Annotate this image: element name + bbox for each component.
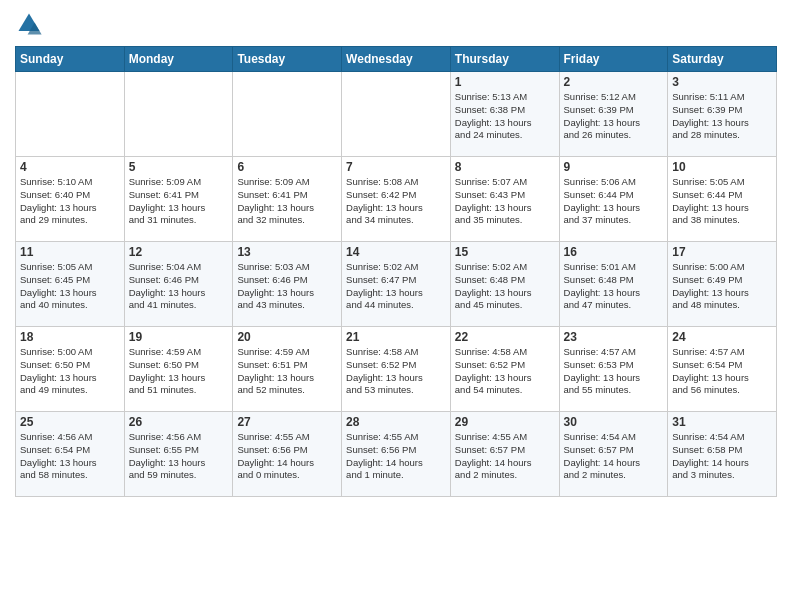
- weekday-header-row: SundayMondayTuesdayWednesdayThursdayFrid…: [16, 47, 777, 72]
- day-number: 7: [346, 160, 446, 174]
- weekday-header-saturday: Saturday: [668, 47, 777, 72]
- calendar-week-2: 4Sunrise: 5:10 AM Sunset: 6:40 PM Daylig…: [16, 157, 777, 242]
- day-number: 25: [20, 415, 120, 429]
- calendar-cell: 3Sunrise: 5:11 AM Sunset: 6:39 PM Daylig…: [668, 72, 777, 157]
- calendar-cell: 1Sunrise: 5:13 AM Sunset: 6:38 PM Daylig…: [450, 72, 559, 157]
- calendar-week-4: 18Sunrise: 5:00 AM Sunset: 6:50 PM Dayli…: [16, 327, 777, 412]
- day-info: Sunrise: 5:13 AM Sunset: 6:38 PM Dayligh…: [455, 91, 555, 142]
- calendar-cell: 24Sunrise: 4:57 AM Sunset: 6:54 PM Dayli…: [668, 327, 777, 412]
- calendar-cell: 22Sunrise: 4:58 AM Sunset: 6:52 PM Dayli…: [450, 327, 559, 412]
- day-number: 20: [237, 330, 337, 344]
- day-number: 1: [455, 75, 555, 89]
- calendar-cell: 9Sunrise: 5:06 AM Sunset: 6:44 PM Daylig…: [559, 157, 668, 242]
- calendar-cell: 14Sunrise: 5:02 AM Sunset: 6:47 PM Dayli…: [342, 242, 451, 327]
- calendar-cell: 29Sunrise: 4:55 AM Sunset: 6:57 PM Dayli…: [450, 412, 559, 497]
- day-info: Sunrise: 4:56 AM Sunset: 6:54 PM Dayligh…: [20, 431, 120, 482]
- day-info: Sunrise: 5:09 AM Sunset: 6:41 PM Dayligh…: [129, 176, 229, 227]
- calendar-cell: 21Sunrise: 4:58 AM Sunset: 6:52 PM Dayli…: [342, 327, 451, 412]
- calendar-cell: 19Sunrise: 4:59 AM Sunset: 6:50 PM Dayli…: [124, 327, 233, 412]
- day-number: 18: [20, 330, 120, 344]
- day-info: Sunrise: 5:12 AM Sunset: 6:39 PM Dayligh…: [564, 91, 664, 142]
- calendar-cell: 23Sunrise: 4:57 AM Sunset: 6:53 PM Dayli…: [559, 327, 668, 412]
- day-info: Sunrise: 4:55 AM Sunset: 6:57 PM Dayligh…: [455, 431, 555, 482]
- calendar-thead: SundayMondayTuesdayWednesdayThursdayFrid…: [16, 47, 777, 72]
- calendar-cell: 26Sunrise: 4:56 AM Sunset: 6:55 PM Dayli…: [124, 412, 233, 497]
- weekday-header-tuesday: Tuesday: [233, 47, 342, 72]
- day-number: 15: [455, 245, 555, 259]
- day-number: 19: [129, 330, 229, 344]
- day-number: 2: [564, 75, 664, 89]
- day-number: 21: [346, 330, 446, 344]
- calendar-week-5: 25Sunrise: 4:56 AM Sunset: 6:54 PM Dayli…: [16, 412, 777, 497]
- calendar-cell: 13Sunrise: 5:03 AM Sunset: 6:46 PM Dayli…: [233, 242, 342, 327]
- calendar-cell: 12Sunrise: 5:04 AM Sunset: 6:46 PM Dayli…: [124, 242, 233, 327]
- day-number: 22: [455, 330, 555, 344]
- calendar-cell: 27Sunrise: 4:55 AM Sunset: 6:56 PM Dayli…: [233, 412, 342, 497]
- calendar-tbody: 1Sunrise: 5:13 AM Sunset: 6:38 PM Daylig…: [16, 72, 777, 497]
- day-info: Sunrise: 4:54 AM Sunset: 6:57 PM Dayligh…: [564, 431, 664, 482]
- day-number: 5: [129, 160, 229, 174]
- day-info: Sunrise: 4:57 AM Sunset: 6:54 PM Dayligh…: [672, 346, 772, 397]
- calendar-week-1: 1Sunrise: 5:13 AM Sunset: 6:38 PM Daylig…: [16, 72, 777, 157]
- day-info: Sunrise: 5:00 AM Sunset: 6:49 PM Dayligh…: [672, 261, 772, 312]
- day-number: 24: [672, 330, 772, 344]
- day-number: 10: [672, 160, 772, 174]
- calendar-cell: 15Sunrise: 5:02 AM Sunset: 6:48 PM Dayli…: [450, 242, 559, 327]
- day-info: Sunrise: 5:00 AM Sunset: 6:50 PM Dayligh…: [20, 346, 120, 397]
- day-number: 12: [129, 245, 229, 259]
- day-number: 14: [346, 245, 446, 259]
- day-info: Sunrise: 5:01 AM Sunset: 6:48 PM Dayligh…: [564, 261, 664, 312]
- page-header: [15, 10, 777, 38]
- calendar-cell: 28Sunrise: 4:55 AM Sunset: 6:56 PM Dayli…: [342, 412, 451, 497]
- calendar-week-3: 11Sunrise: 5:05 AM Sunset: 6:45 PM Dayli…: [16, 242, 777, 327]
- day-info: Sunrise: 5:02 AM Sunset: 6:47 PM Dayligh…: [346, 261, 446, 312]
- day-info: Sunrise: 4:59 AM Sunset: 6:51 PM Dayligh…: [237, 346, 337, 397]
- day-number: 28: [346, 415, 446, 429]
- calendar-cell: 8Sunrise: 5:07 AM Sunset: 6:43 PM Daylig…: [450, 157, 559, 242]
- day-info: Sunrise: 4:59 AM Sunset: 6:50 PM Dayligh…: [129, 346, 229, 397]
- day-number: 26: [129, 415, 229, 429]
- weekday-header-sunday: Sunday: [16, 47, 125, 72]
- calendar-cell: 4Sunrise: 5:10 AM Sunset: 6:40 PM Daylig…: [16, 157, 125, 242]
- day-number: 17: [672, 245, 772, 259]
- calendar-cell: 6Sunrise: 5:09 AM Sunset: 6:41 PM Daylig…: [233, 157, 342, 242]
- day-info: Sunrise: 5:07 AM Sunset: 6:43 PM Dayligh…: [455, 176, 555, 227]
- day-info: Sunrise: 5:05 AM Sunset: 6:45 PM Dayligh…: [20, 261, 120, 312]
- calendar-cell: 18Sunrise: 5:00 AM Sunset: 6:50 PM Dayli…: [16, 327, 125, 412]
- day-number: 31: [672, 415, 772, 429]
- day-number: 8: [455, 160, 555, 174]
- day-info: Sunrise: 5:02 AM Sunset: 6:48 PM Dayligh…: [455, 261, 555, 312]
- day-info: Sunrise: 5:08 AM Sunset: 6:42 PM Dayligh…: [346, 176, 446, 227]
- calendar-cell: [124, 72, 233, 157]
- calendar-cell: 11Sunrise: 5:05 AM Sunset: 6:45 PM Dayli…: [16, 242, 125, 327]
- weekday-header-monday: Monday: [124, 47, 233, 72]
- calendar-cell: 25Sunrise: 4:56 AM Sunset: 6:54 PM Dayli…: [16, 412, 125, 497]
- day-info: Sunrise: 5:09 AM Sunset: 6:41 PM Dayligh…: [237, 176, 337, 227]
- calendar-cell: 31Sunrise: 4:54 AM Sunset: 6:58 PM Dayli…: [668, 412, 777, 497]
- calendar-cell: [16, 72, 125, 157]
- weekday-header-thursday: Thursday: [450, 47, 559, 72]
- calendar-cell: 16Sunrise: 5:01 AM Sunset: 6:48 PM Dayli…: [559, 242, 668, 327]
- day-info: Sunrise: 4:55 AM Sunset: 6:56 PM Dayligh…: [346, 431, 446, 482]
- day-info: Sunrise: 5:03 AM Sunset: 6:46 PM Dayligh…: [237, 261, 337, 312]
- day-info: Sunrise: 5:11 AM Sunset: 6:39 PM Dayligh…: [672, 91, 772, 142]
- calendar-cell: 7Sunrise: 5:08 AM Sunset: 6:42 PM Daylig…: [342, 157, 451, 242]
- calendar-cell: 10Sunrise: 5:05 AM Sunset: 6:44 PM Dayli…: [668, 157, 777, 242]
- day-info: Sunrise: 5:10 AM Sunset: 6:40 PM Dayligh…: [20, 176, 120, 227]
- calendar-cell: [342, 72, 451, 157]
- calendar-cell: 17Sunrise: 5:00 AM Sunset: 6:49 PM Dayli…: [668, 242, 777, 327]
- day-info: Sunrise: 5:04 AM Sunset: 6:46 PM Dayligh…: [129, 261, 229, 312]
- day-number: 11: [20, 245, 120, 259]
- day-info: Sunrise: 5:06 AM Sunset: 6:44 PM Dayligh…: [564, 176, 664, 227]
- day-number: 23: [564, 330, 664, 344]
- day-info: Sunrise: 4:54 AM Sunset: 6:58 PM Dayligh…: [672, 431, 772, 482]
- calendar-cell: 5Sunrise: 5:09 AM Sunset: 6:41 PM Daylig…: [124, 157, 233, 242]
- day-number: 6: [237, 160, 337, 174]
- day-number: 27: [237, 415, 337, 429]
- calendar-cell: 20Sunrise: 4:59 AM Sunset: 6:51 PM Dayli…: [233, 327, 342, 412]
- day-number: 30: [564, 415, 664, 429]
- day-number: 9: [564, 160, 664, 174]
- day-info: Sunrise: 4:56 AM Sunset: 6:55 PM Dayligh…: [129, 431, 229, 482]
- day-number: 3: [672, 75, 772, 89]
- day-number: 13: [237, 245, 337, 259]
